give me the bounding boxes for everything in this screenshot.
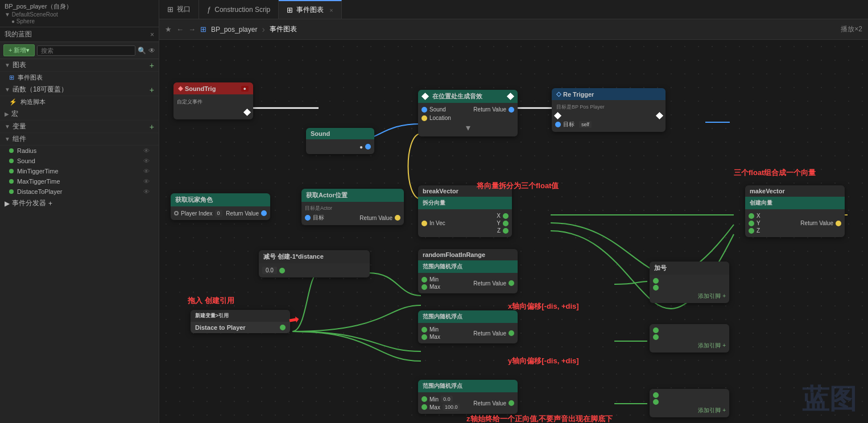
node-rand2[interactable]: 范围内随机浮点 Min Max Return Value <box>418 310 518 343</box>
sidebar-event-dispatcher[interactable]: ▶ 事件分发器 + <box>0 197 159 210</box>
add-graph-btn[interactable]: + <box>150 61 154 70</box>
retrigger-exec-out[interactable] <box>656 112 663 119</box>
exec-pin-out[interactable] <box>243 109 251 116</box>
add-var-btn[interactable]: + <box>150 122 154 131</box>
retrigger-target-pin[interactable] <box>555 122 561 127</box>
add2-in2[interactable] <box>653 334 659 340</box>
node-sound-var[interactable]: Sound ● <box>306 128 374 154</box>
split-x-pin[interactable] <box>503 213 509 219</box>
player-index-value[interactable]: 0 <box>215 210 222 217</box>
maxtrigger-eye[interactable]: 👁 <box>143 178 150 185</box>
retrigger-exec-in[interactable] <box>554 112 561 119</box>
tab-construction[interactable]: ƒ Construction Scrip <box>199 0 279 19</box>
sidebar-section-macros[interactable]: ▶ 宏 <box>0 108 159 121</box>
rand3-max-val[interactable]: 100.0 <box>443 404 460 410</box>
add1-in2[interactable] <box>653 285 659 291</box>
home-icon[interactable]: ★ <box>165 25 172 34</box>
node-add2[interactable]: 添加引脚 + <box>650 324 729 353</box>
rand2-max-pin[interactable] <box>421 334 427 340</box>
create-y-pin[interactable] <box>749 221 754 226</box>
search-input[interactable] <box>37 45 135 56</box>
sidebar-section-components[interactable]: ▼ 组件 <box>0 133 159 146</box>
spawn-header: 在位置处生成音效 <box>418 90 518 103</box>
add3-in1[interactable] <box>653 392 659 398</box>
sound-pin-out[interactable] <box>365 144 371 150</box>
sidebar-item-constructor[interactable]: ⚡ 构造脚本 <box>0 96 159 108</box>
split-z-pin[interactable] <box>503 228 509 234</box>
actor-return-pin[interactable] <box>395 215 400 221</box>
blueprint-canvas[interactable]: ◆ SoundTrig ● 自定义事件 Sound ● 在位置处生 <box>159 40 868 423</box>
add2-in1[interactable] <box>653 327 659 333</box>
rand1-max-pin[interactable] <box>421 284 427 290</box>
actor-target-pin[interactable] <box>305 215 311 221</box>
player-index-pin[interactable] <box>174 211 179 215</box>
sidebar-item-event-graph[interactable]: ⊞ 事件图表 <box>0 72 159 84</box>
node-rand3[interactable]: 范围内随机浮点 Min 0.0 Max 100.0 Re <box>418 380 518 414</box>
sidebar-close[interactable]: × <box>150 31 154 39</box>
node-add1[interactable]: 加号 添加引脚 + <box>650 262 729 303</box>
node-minus[interactable]: 减号 创建-1*distance 0.0 <box>259 250 370 277</box>
sidebar-item-mintrigger[interactable]: MinTiggerTime 👁 <box>0 166 159 176</box>
sidebar-section-graphs[interactable]: ▼ 图表 + <box>0 59 159 72</box>
rand3-return-pin[interactable] <box>509 400 514 406</box>
node-add3[interactable]: 添加引脚 + <box>650 389 729 417</box>
rand2-return-pin[interactable] <box>509 330 514 336</box>
sound-eye[interactable]: 👁 <box>143 157 150 164</box>
node-make-vector[interactable]: makeVector 创建向量 X Y Z <box>745 185 845 237</box>
create-x-pin[interactable] <box>749 213 754 219</box>
add-event-btn[interactable]: + <box>48 200 52 208</box>
sidebar-section-functions[interactable]: ▼ 函数（18可覆盖） + <box>0 84 159 96</box>
add1-addpin[interactable]: 添加引脚 + <box>698 292 726 300</box>
split-y-pin[interactable] <box>503 221 509 226</box>
radius-eye[interactable]: 👁 <box>143 147 150 154</box>
spawn-sound-pin[interactable] <box>421 107 427 113</box>
sidebar-item-maxtrigger[interactable]: MaxTiggerTime 👁 <box>0 176 159 186</box>
node-retrigger[interactable]: ◇ Re Trigger 目标是BP Pos Player 目标 self <box>552 88 666 132</box>
add1-in1[interactable] <box>653 278 659 284</box>
forward-icon[interactable]: → <box>188 25 196 34</box>
distace-eye[interactable]: 👁 <box>143 188 150 195</box>
spawn-exec-out[interactable] <box>507 93 514 100</box>
spawn-expand[interactable]: ▾ <box>421 122 514 133</box>
node-break-vector[interactable]: breakVector 拆分向量 In Vec X Y <box>418 185 512 237</box>
add-function-btn[interactable]: + <box>150 85 154 94</box>
node-soundtrig[interactable]: ◆ SoundTrig ● 自定义事件 <box>173 82 253 119</box>
back-icon[interactable]: ← <box>176 25 184 34</box>
node-distance-ref[interactable]: 新建变量>引用 Distace to Player <box>191 310 290 333</box>
node-spawn-sound[interactable]: 在位置处生成音效 Sound Return Value Location <box>418 90 518 136</box>
player-return-pin[interactable] <box>261 210 267 216</box>
rand3-max-pin[interactable] <box>421 404 427 410</box>
rand3-min-val[interactable]: 0.0 <box>441 396 453 403</box>
add2-addpin[interactable]: 添加引脚 + <box>698 342 726 350</box>
new-button[interactable]: + 新增▾ <box>3 44 35 56</box>
add3-in2[interactable] <box>653 399 659 405</box>
rand2-min-pin[interactable] <box>421 327 427 333</box>
rand3-min-pin[interactable] <box>421 396 427 402</box>
spawn-loc-pin[interactable] <box>421 115 427 121</box>
sidebar-item-sound[interactable]: Sound 👁 <box>0 156 159 166</box>
tab-viewport[interactable]: ⊞ 视口 <box>159 0 199 19</box>
create-z-pin[interactable] <box>749 228 754 234</box>
node-rand1[interactable]: randomFloatInRange 范围内随机浮点 Min Max R <box>418 249 518 293</box>
eye-icon[interactable]: 👁 <box>148 47 155 55</box>
create-return-pin[interactable] <box>836 221 841 226</box>
sound-dot <box>9 159 14 163</box>
add3-addpin[interactable]: 添加引脚 + <box>698 407 726 414</box>
retrigger-body: 目标是BP Pos Player 目标 self <box>552 100 666 132</box>
spawn-exec-in[interactable] <box>421 93 429 100</box>
tab-event-graph[interactable]: ⊞ 事件图表 × <box>279 0 341 19</box>
node-get-player[interactable]: 获取玩家角色 Player Index 0 Return Value <box>171 193 270 220</box>
node-get-actor-pos[interactable]: 获取Actor位置 目标是Actor 目标 Return Value <box>301 189 404 225</box>
mintrigger-eye[interactable]: 👁 <box>143 168 150 175</box>
split-invec-pin[interactable] <box>421 221 427 226</box>
spawn-return-pin[interactable] <box>509 107 514 113</box>
sidebar-section-vars[interactable]: ▼ 变量 + <box>0 121 159 133</box>
rand1-return-pin[interactable] <box>509 280 514 286</box>
sidebar-item-radius[interactable]: Radius 👁 <box>0 146 159 156</box>
minus-value[interactable]: 0.0 <box>262 267 277 274</box>
distance-out-pin[interactable] <box>280 325 286 330</box>
sidebar-item-distace[interactable]: DistaceToPlayer 👁 <box>0 186 159 197</box>
event-tab-close[interactable]: × <box>329 7 333 14</box>
minus-out-pin[interactable] <box>279 268 285 273</box>
rand1-min-pin[interactable] <box>421 277 427 283</box>
